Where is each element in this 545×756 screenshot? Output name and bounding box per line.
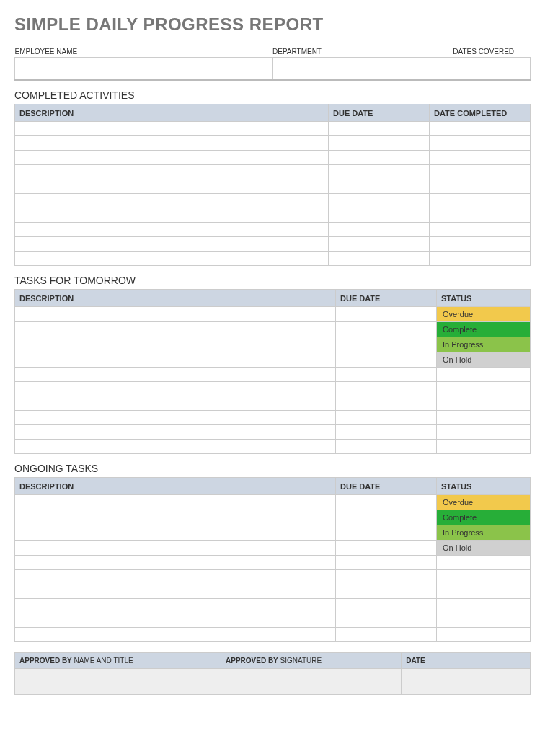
cell-date[interactable] — [430, 165, 531, 179]
cell-desc[interactable] — [15, 352, 336, 368]
cell-desc[interactable] — [15, 541, 336, 556]
approval-date-input[interactable] — [402, 669, 531, 695]
cell-desc[interactable] — [15, 307, 336, 322]
cell-desc[interactable] — [15, 136, 329, 151]
cell-desc[interactable] — [15, 223, 329, 237]
cell-due[interactable] — [336, 613, 437, 628]
cell-due[interactable] — [336, 628, 437, 642]
cell-desc[interactable] — [15, 556, 336, 570]
cell-status[interactable]: Complete — [437, 510, 531, 525]
cell-due[interactable] — [329, 237, 430, 252]
cell-due[interactable] — [336, 599, 437, 613]
cell-date[interactable] — [430, 122, 531, 136]
cell-due[interactable] — [336, 495, 437, 510]
cell-due[interactable] — [336, 337, 437, 352]
cell-desc[interactable] — [15, 122, 329, 136]
cell-status[interactable] — [437, 570, 531, 584]
cell-status[interactable] — [437, 613, 531, 628]
employee-input[interactable] — [15, 58, 273, 79]
cell-status[interactable]: Overdue — [437, 307, 531, 322]
cell-status[interactable] — [437, 396, 531, 411]
cell-due[interactable] — [329, 223, 430, 237]
cell-due[interactable] — [336, 382, 437, 396]
cell-due[interactable] — [336, 307, 437, 322]
cell-desc[interactable] — [15, 368, 336, 382]
cell-status[interactable]: On Hold — [437, 352, 531, 368]
cell-due[interactable] — [336, 352, 437, 368]
cell-desc[interactable] — [15, 599, 336, 613]
cell-date[interactable] — [430, 179, 531, 194]
cell-desc[interactable] — [15, 411, 336, 425]
cell-desc[interactable] — [15, 584, 336, 599]
cell-date[interactable] — [430, 237, 531, 252]
cell-desc[interactable] — [15, 337, 336, 352]
cell-status[interactable]: Overdue — [437, 495, 531, 510]
cell-desc[interactable] — [15, 382, 336, 396]
cell-desc[interactable] — [15, 510, 336, 525]
cell-due[interactable] — [336, 541, 437, 556]
cell-desc[interactable] — [15, 252, 329, 266]
cell-due[interactable] — [336, 440, 437, 454]
cell-due[interactable] — [336, 411, 437, 425]
dates-input[interactable] — [453, 58, 530, 79]
approval-signature-input[interactable] — [221, 669, 402, 695]
department-input[interactable] — [272, 58, 453, 79]
cell-desc[interactable] — [15, 208, 329, 223]
table-row — [15, 194, 531, 208]
cell-due[interactable] — [336, 556, 437, 570]
cell-due[interactable] — [329, 179, 430, 194]
cell-due[interactable] — [336, 322, 437, 337]
cell-desc[interactable] — [15, 495, 336, 510]
cell-desc[interactable] — [15, 570, 336, 584]
approval-table: APPROVED BY NAME AND TITLE APPROVED BY S… — [14, 652, 531, 695]
cell-due[interactable] — [336, 570, 437, 584]
cell-status[interactable] — [437, 425, 531, 440]
cell-date[interactable] — [430, 208, 531, 223]
cell-desc[interactable] — [15, 440, 336, 454]
cell-status[interactable] — [437, 440, 531, 454]
cell-status[interactable] — [437, 411, 531, 425]
cell-status[interactable] — [437, 584, 531, 599]
cell-due[interactable] — [336, 396, 437, 411]
cell-desc[interactable] — [15, 628, 336, 642]
cell-date[interactable] — [430, 136, 531, 151]
cell-desc[interactable] — [15, 179, 329, 194]
cell-due[interactable] — [336, 425, 437, 440]
cell-due[interactable] — [336, 525, 437, 541]
cell-desc[interactable] — [15, 165, 329, 179]
cell-status[interactable]: In Progress — [437, 525, 531, 541]
cell-date[interactable] — [430, 252, 531, 266]
cell-desc[interactable] — [15, 151, 329, 165]
cell-due[interactable] — [336, 368, 437, 382]
cell-desc[interactable] — [15, 194, 329, 208]
cell-due[interactable] — [336, 584, 437, 599]
cell-status[interactable]: Complete — [437, 322, 531, 337]
cell-desc[interactable] — [15, 613, 336, 628]
tomorrow-table: DESCRIPTION DUE DATE STATUS OverdueCompl… — [14, 289, 531, 454]
cell-due[interactable] — [329, 194, 430, 208]
cell-due[interactable] — [336, 510, 437, 525]
cell-status[interactable] — [437, 628, 531, 642]
cell-status[interactable]: In Progress — [437, 337, 531, 352]
cell-status[interactable] — [437, 599, 531, 613]
cell-due[interactable] — [329, 165, 430, 179]
cell-desc[interactable] — [15, 237, 329, 252]
cell-due[interactable] — [329, 252, 430, 266]
cell-status[interactable] — [437, 368, 531, 382]
cell-date[interactable] — [430, 223, 531, 237]
cell-status[interactable]: On Hold — [437, 541, 531, 556]
cell-due[interactable] — [329, 136, 430, 151]
cell-status[interactable] — [437, 556, 531, 570]
department-label: DEPARTMENT — [272, 46, 453, 58]
cell-desc[interactable] — [15, 425, 336, 440]
cell-date[interactable] — [430, 151, 531, 165]
cell-due[interactable] — [329, 151, 430, 165]
cell-due[interactable] — [329, 208, 430, 223]
cell-desc[interactable] — [15, 322, 336, 337]
cell-desc[interactable] — [15, 396, 336, 411]
cell-desc[interactable] — [15, 525, 336, 541]
cell-date[interactable] — [430, 194, 531, 208]
cell-status[interactable] — [437, 382, 531, 396]
approval-name-input[interactable] — [15, 669, 221, 695]
cell-due[interactable] — [329, 122, 430, 136]
